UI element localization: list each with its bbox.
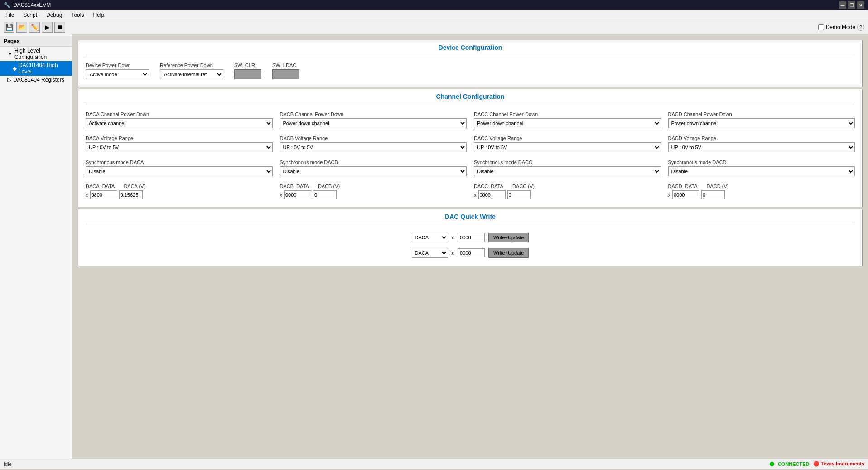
daca-data-field: DACA_DATA DACA (V) x [86,184,273,199]
dacb-sync-mode-label: Synchronous mode DACB [280,160,467,165]
dacc-v-label: DACC (V) [512,184,535,189]
dac-quick-write-panel: DAC Quick Write DACA DACB DACC DACD x Wr… [78,209,863,266]
daca-voltage-range-field: DACA Voltage Range UP : 0V to 5V UP : 0V… [86,136,273,152]
dacc-data-input[interactable] [478,190,506,199]
titlebar: 🔧 DAC814xxEVM — ❐ ✕ [0,0,868,10]
power-down-row: DACA Channel Power-Down Activate channel… [86,110,855,130]
qw-write-update-button-2[interactable]: Write+Update [488,248,529,258]
dacc-power-down-select[interactable]: Activate channel Power down channel Powe… [474,118,661,128]
dacb-power-down-select[interactable]: Activate channel Power down channel Powe… [280,118,467,128]
dacd-voltage-range-label: DACD Voltage Range [668,136,855,141]
dacc-voltage-range-field: DACC Voltage Range UP : 0V to 5V UP : 0V… [474,136,661,152]
dacd-power-down-select[interactable]: Activate channel Power down channel Powe… [668,118,855,128]
menu-file[interactable]: File [2,11,18,19]
dacd-sync-mode-select[interactable]: Disable Enable [668,166,855,176]
dacb-voltage-range-select[interactable]: UP : 0V to 5V UP : 0V to 10V BP : -5V to… [280,142,467,152]
dacb-data-input[interactable] [284,190,311,199]
qw-channel-select-2[interactable]: DACA DACB DACC DACD [412,248,448,258]
dacb-v-label: DACB (V) [318,184,340,189]
voltage-range-row: DACA Voltage Range UP : 0V to 5V UP : 0V… [86,134,855,154]
sw-clr-button[interactable] [234,69,261,79]
dacc-voltage-range-select[interactable]: UP : 0V to 5V UP : 0V to 10V BP : -5V to… [474,142,661,152]
connected-indicator [770,462,774,466]
dacc-v-input[interactable] [507,190,531,199]
sw-ldac-button[interactable] [272,69,299,79]
open-button[interactable]: 📂 [16,22,27,33]
restore-button[interactable]: ❐ [848,1,855,9]
ti-logo: 🔴 Texas Instruments [813,461,864,467]
daca-v-label: DACA (V) [124,184,145,189]
dacc-sync-mode-field: Synchronous mode DACC Disable Enable [474,160,661,176]
dacd-sync-mode-field: Synchronous mode DACD Disable Enable [668,160,855,176]
dacb-sync-mode-select[interactable]: Disable Enable [280,166,467,176]
daca-power-down-select[interactable]: Activate channel Power down channel Powe… [86,118,273,128]
sidebar-item-label: DAC81404 Registers [13,77,64,83]
daca-power-down-label: DACA Channel Power-Down [86,111,273,117]
dac-quick-write-title: DAC Quick Write [78,209,862,222]
demo-mode-label: Demo Mode [826,24,855,30]
stop-button[interactable]: ⏹ [54,22,65,33]
sidebar-item-high-level-config[interactable]: ▼ High Level Configuration [0,47,72,61]
sw-ldac-field: SW_LDAC [272,63,299,79]
tree-arrow: ▷ [7,77,11,83]
sidebar-item-dac81404-high-level[interactable]: ◆ DAC81404 High Level [0,61,72,76]
dacb-voltage-range-label: DACB Voltage Range [280,136,467,141]
menubar: File Script Debug Tools Help [0,10,868,20]
device-config-panel: Device Configuration Device Power-Down A… [78,40,863,87]
menu-debug[interactable]: Debug [43,11,66,19]
sidebar-item-label: High Level Configuration [14,48,68,60]
reference-power-down-select[interactable]: Activate internal ref Disable internal r… [160,69,223,79]
dacb-voltage-range-field: DACB Voltage Range UP : 0V to 5V UP : 0V… [280,136,467,152]
reference-power-down-label: Reference Power-Down [160,63,223,68]
device-config-title: Device Configuration [78,40,862,53]
device-power-down-select[interactable]: Active mode Power down 1k Power down 100… [86,69,149,79]
qw-channel-select-1[interactable]: DACA DACB DACC DACD [412,233,448,242]
sync-mode-row: Synchronous mode DACA Disable Enable Syn… [86,158,855,178]
dacd-v-label: DACD (V) [707,184,729,189]
menu-script[interactable]: Script [19,11,41,19]
dacc-sync-mode-select[interactable]: Disable Enable [474,166,661,176]
dacd-voltage-range-select[interactable]: UP : 0V to 5V UP : 0V to 10V BP : -5V to… [668,142,855,152]
connected-text: CONNECTED [778,461,810,467]
daca-voltage-range-label: DACA Voltage Range [86,136,273,141]
daca-power-down-field: DACA Channel Power-Down Activate channel… [86,111,273,128]
minimize-button[interactable]: — [839,1,846,9]
daca-sync-mode-label: Synchronous mode DACA [86,160,273,165]
sidebar-item-dac81404-registers[interactable]: ▷ DAC81404 Registers [0,76,72,84]
daca-data-label: DACA_DATA [86,184,115,189]
dacc-sync-mode-label: Synchronous mode DACC [474,160,661,165]
demo-mode-checkbox[interactable] [818,24,824,30]
channel-config-panel: Channel Configuration DACA Channel Power… [78,89,863,207]
sidebar: Pages ▼ High Level Configuration ◆ DAC81… [0,34,72,459]
device-power-down-field: Device Power-Down Active mode Power down… [86,63,149,79]
help-icon[interactable]: ? [857,24,864,31]
app-title: DAC814xxEVM [13,2,839,8]
dacc-data-label: DACC_DATA [474,184,503,189]
toolbar: 💾 📂 ✏️ ▶ ⏹ Demo Mode ? [0,20,868,34]
sw-clr-field: SW_CLR [234,63,261,79]
daca-voltage-range-select[interactable]: UP : 0V to 5V UP : 0V to 10V BP : -5V to… [86,142,273,152]
menu-help[interactable]: Help [89,11,108,19]
tree-selected-icon: ◆ [13,65,17,72]
pages-label: Pages [0,36,72,47]
daca-v-input[interactable] [119,190,143,199]
dacd-data-input[interactable] [672,190,699,199]
edit-button[interactable]: ✏️ [29,22,40,33]
qw-write-update-button-1[interactable]: Write+Update [488,233,529,242]
dacd-v-input[interactable] [701,190,725,199]
content-area: Device Configuration Device Power-Down A… [72,34,868,459]
idle-status: Idle [4,461,12,467]
menu-tools[interactable]: Tools [68,11,87,19]
status-right: CONNECTED 🔴 Texas Instruments [770,461,864,467]
close-button[interactable]: ✕ [857,1,864,9]
daca-sync-mode-select[interactable]: Disable Enable [86,166,273,176]
save-button[interactable]: 💾 [4,22,14,33]
run-button[interactable]: ▶ [42,22,53,33]
daca-data-input[interactable] [90,190,117,199]
qw-value-input-1[interactable] [458,233,485,242]
dacb-v-input[interactable] [313,190,337,199]
dacd-power-down-field: DACD Channel Power-Down Activate channel… [668,111,855,128]
qw-prefix-1: x [452,235,454,240]
qw-value-input-2[interactable] [458,248,485,257]
dacc-data-prefix: x [474,192,477,198]
